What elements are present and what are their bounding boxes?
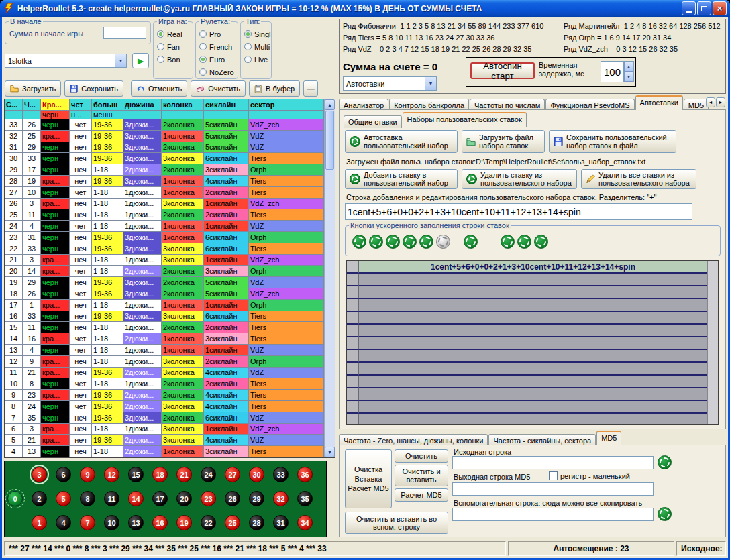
board-number-24[interactable]: 24 (201, 467, 216, 482)
board-number-4[interactable]: 4 (56, 515, 71, 530)
tab-scroll-right-button[interactable]: ► (716, 97, 725, 107)
aux-chip-button[interactable] (658, 507, 672, 521)
add-bet-button[interactable]: Добавить ставку в пользовательский набор (345, 169, 458, 189)
chip-button-9[interactable] (517, 235, 531, 249)
maximize-button[interactable] (697, 1, 711, 15)
md5-clear-paste-aux-button[interactable]: Очистить и вставить во вспом. строку (345, 512, 448, 534)
board-number-21[interactable]: 21 (176, 467, 192, 482)
table-scrollbar[interactable]: ▲ ▼ (324, 99, 335, 457)
board-number-3[interactable]: 3 (32, 467, 47, 482)
source-chip-button[interactable] (658, 455, 672, 469)
chip-button-6[interactable] (436, 235, 450, 249)
column-header[interactable]: дюжина (123, 99, 162, 111)
board-number-9[interactable]: 9 (80, 467, 95, 482)
radio-singl[interactable]: Singl (241, 27, 271, 40)
chip-button-3[interactable] (386, 235, 400, 249)
scroll-down-icon[interactable]: ▼ (325, 447, 335, 457)
column-header[interactable]: колонка (162, 99, 204, 111)
column-header[interactable]: сектор (249, 99, 324, 111)
board-number-6[interactable]: 6 (56, 467, 71, 482)
chip-button-5[interactable] (419, 235, 433, 249)
board-number-19[interactable]: 19 (176, 515, 192, 530)
chip-button-2[interactable] (369, 235, 383, 249)
copy-to-buffer-button[interactable]: В буфер (249, 80, 300, 97)
board-number-22[interactable]: 22 (201, 515, 216, 530)
tab-md5[interactable]: MD5 (596, 431, 621, 445)
play-button[interactable]: ▶ (132, 53, 149, 68)
column-header[interactable]: сиклайн (204, 99, 249, 111)
md5-calc-button[interactable]: Расчет MD5 (395, 488, 448, 502)
md5-all-in-one-button[interactable]: Очистка Вставка Расчет MD5 (345, 449, 392, 508)
scrollbar-track[interactable] (325, 170, 335, 447)
column-header[interactable]: Кра... (41, 99, 70, 111)
board-number-10[interactable]: 10 (104, 515, 119, 530)
save-button[interactable]: Сохранить (64, 80, 123, 97)
lowercase-checkbox[interactable] (549, 471, 558, 480)
collapse-button[interactable]: — (303, 80, 318, 97)
radio-real[interactable]: Real (154, 27, 193, 40)
board-number-34[interactable]: 34 (297, 515, 313, 530)
clear-button[interactable]: Очистить (191, 80, 246, 97)
column-header[interactable]: С... (5, 99, 23, 111)
delete-bet-button[interactable]: Удалить ставку из пользовательского набо… (462, 169, 577, 189)
board-number-7[interactable]: 7 (80, 515, 95, 530)
board-number-16[interactable]: 16 (152, 515, 168, 530)
board-number-18[interactable]: 18 (152, 467, 168, 482)
tab-автоставки[interactable]: Автоставки (635, 95, 683, 110)
slot-select[interactable]: 1slotka ▼ (5, 54, 127, 68)
board-number-1[interactable]: 1 (32, 515, 47, 530)
save-bets-file-button[interactable]: Сохранить пользовательский набор ставок … (549, 130, 676, 153)
chip-button-4[interactable] (403, 235, 417, 249)
bets-grid-scrollbar[interactable] (707, 261, 718, 424)
radio-french[interactable]: French (196, 40, 238, 53)
radio-pro[interactable]: Pro (196, 27, 238, 40)
chip-button-1[interactable] (352, 235, 366, 249)
autobet-user-set-button[interactable]: Автоставка пользовательский набор (345, 130, 458, 153)
board-number-30[interactable]: 30 (249, 467, 264, 482)
board-number-11[interactable]: 11 (104, 491, 119, 506)
board-number-20[interactable]: 20 (176, 491, 192, 506)
radio-live[interactable]: Live (241, 53, 271, 66)
bets-string-input[interactable] (345, 203, 692, 220)
tab-scroll-left-button[interactable]: ◄ (706, 97, 715, 107)
chip-button-8[interactable] (501, 235, 515, 249)
chevron-down-icon[interactable]: ▼ (425, 77, 436, 90)
title-bar[interactable]: HelperRoullet 5.3- create helperroullet@… (0, 0, 730, 17)
scroll-up-icon[interactable]: ▲ (325, 99, 335, 110)
board-number-2[interactable]: 2 (32, 491, 47, 506)
load-bets-file-button[interactable]: Загрузить файл набора ставок (462, 130, 545, 153)
board-number-25[interactable]: 25 (225, 515, 240, 530)
board-number-36[interactable]: 36 (297, 467, 313, 482)
board-number-0[interactable]: 0 (7, 491, 23, 506)
scrollbar-thumb[interactable] (325, 111, 334, 170)
board-number-8[interactable]: 8 (80, 491, 95, 506)
radio-nozero[interactable]: NoZero (196, 66, 238, 78)
subtab-наборы-пользовательских-ставок[interactable]: Наборы пользовательских ставок (403, 112, 527, 127)
minimize-button[interactable] (682, 1, 696, 15)
source-string-input[interactable] (452, 456, 654, 469)
board-number-31[interactable]: 31 (273, 515, 289, 530)
column-header[interactable]: больш (92, 99, 123, 111)
board-number-14[interactable]: 14 (128, 491, 144, 506)
undo-button[interactable]: Отменить (131, 80, 187, 97)
aux-string-input[interactable] (452, 508, 654, 521)
board-number-15[interactable]: 15 (128, 467, 144, 482)
chip-button-7[interactable] (464, 235, 478, 249)
radio-multi[interactable]: Multi (241, 40, 271, 53)
spinner-up-icon[interactable]: ▲ (624, 62, 633, 72)
board-number-26[interactable]: 26 (225, 491, 240, 506)
spinner-down-icon[interactable]: ▼ (624, 72, 633, 82)
chip-button-10[interactable] (534, 235, 548, 249)
autospin-start-button[interactable]: Автоспин старт (470, 62, 535, 79)
board-number-17[interactable]: 17 (152, 491, 168, 506)
board-number-32[interactable]: 32 (273, 491, 289, 506)
board-number-28[interactable]: 28 (249, 515, 264, 530)
board-number-29[interactable]: 29 (249, 491, 264, 506)
radio-fan[interactable]: Fan (154, 40, 193, 53)
load-button[interactable]: Загрузить (5, 80, 61, 97)
md5-clear-paste-button[interactable]: Очистить и вставить (395, 465, 448, 486)
board-number-27[interactable]: 27 (225, 467, 240, 482)
radio-bon[interactable]: Bon (154, 53, 193, 66)
board-number-13[interactable]: 13 (128, 515, 144, 530)
board-number-5[interactable]: 5 (56, 491, 71, 506)
